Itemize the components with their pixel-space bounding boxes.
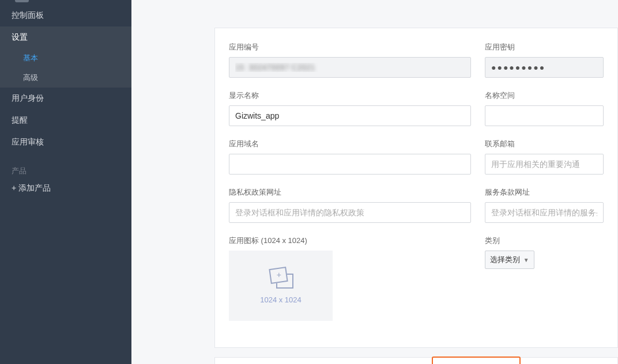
sidebar-section-products: 产品 [0,160,131,180]
sidebar-item-app-review[interactable]: 应用审核 [0,131,131,153]
add-platform-card: ＋ 添加平台 [214,357,618,364]
input-privacy-url[interactable] [229,202,471,223]
input-app-id [229,57,471,78]
photo-upload-icon: + [268,268,293,290]
field-namespace: 名称空间 [485,90,604,126]
field-app-icon: 应用图标 (1024 x 1024) + 1024 x 1024 [229,236,471,321]
sidebar-top-strip [0,0,131,5]
label-category: 类别 [485,236,604,246]
form-column-right: 应用密钥 名称空间 联系邮箱 服务条款网址 类别 选择类别 ▼ [485,42,604,333]
label-contact-email: 联系邮箱 [485,139,604,149]
app-icon-hint: 1024 x 1024 [260,295,302,304]
sidebar-item-roles[interactable]: 用户身份 [0,88,131,109]
settings-form-card: 应用编号 显示名称 应用域名 隐私权政策网址 应用图标 (1024 x 1024… [214,28,618,348]
input-app-secret [485,57,604,78]
label-app-icon: 应用图标 (1024 x 1024) [229,236,471,246]
sidebar-item-dashboard[interactable]: 控制面板 [0,5,131,26]
main-content: 应用编号 显示名称 应用域名 隐私权政策网址 应用图标 (1024 x 1024… [131,0,618,364]
select-category-value: 选择类别 [490,255,520,264]
input-display-name[interactable] [229,105,471,126]
input-namespace[interactable] [485,105,604,126]
label-display-name: 显示名称 [229,90,471,101]
label-app-domain: 应用域名 [229,139,471,149]
sidebar-subitem-advanced[interactable]: 高级 [0,68,131,88]
chevron-down-icon: ▼ [523,257,529,263]
label-app-secret: 应用密钥 [485,42,604,52]
field-display-name: 显示名称 [229,90,471,126]
field-contact-email: 联系邮箱 [485,139,604,175]
input-contact-email[interactable] [485,154,604,175]
form-column-left: 应用编号 显示名称 应用域名 隐私权政策网址 应用图标 (1024 x 1024… [229,42,471,333]
field-privacy-url: 隐私权政策网址 [229,187,471,223]
field-app-secret: 应用密钥 [485,42,604,78]
label-namespace: 名称空间 [485,90,604,101]
label-tos-url: 服务条款网址 [485,187,604,198]
sidebar-item-settings[interactable]: 设置 [0,26,131,48]
photo-frame-front: + [269,267,288,284]
field-tos-url: 服务条款网址 [485,187,604,223]
sidebar-subitem-basic[interactable]: 基本 [0,48,131,68]
input-app-domain[interactable] [229,154,471,175]
plus-icon: + [277,270,281,279]
add-platform-button[interactable]: ＋ 添加平台 [432,357,521,364]
label-privacy-url: 隐私权政策网址 [229,187,471,198]
select-category[interactable]: 选择类别 ▼ [485,251,534,269]
sidebar: 控制面板 设置 基本 高级 用户身份 提醒 应用审核 产品 + 添加产品 [0,0,131,364]
field-app-id: 应用编号 [229,42,471,78]
app-icon-upload[interactable]: + 1024 x 1024 [229,251,333,321]
sidebar-item-alerts[interactable]: 提醒 [0,109,131,131]
label-app-id: 应用编号 [229,42,471,52]
sidebar-badge [15,0,29,2]
sidebar-add-product[interactable]: + 添加产品 [0,180,131,197]
field-category: 类别 选择类别 ▼ [485,236,604,269]
field-app-domain: 应用域名 [229,139,471,175]
input-tos-url[interactable] [485,202,604,223]
